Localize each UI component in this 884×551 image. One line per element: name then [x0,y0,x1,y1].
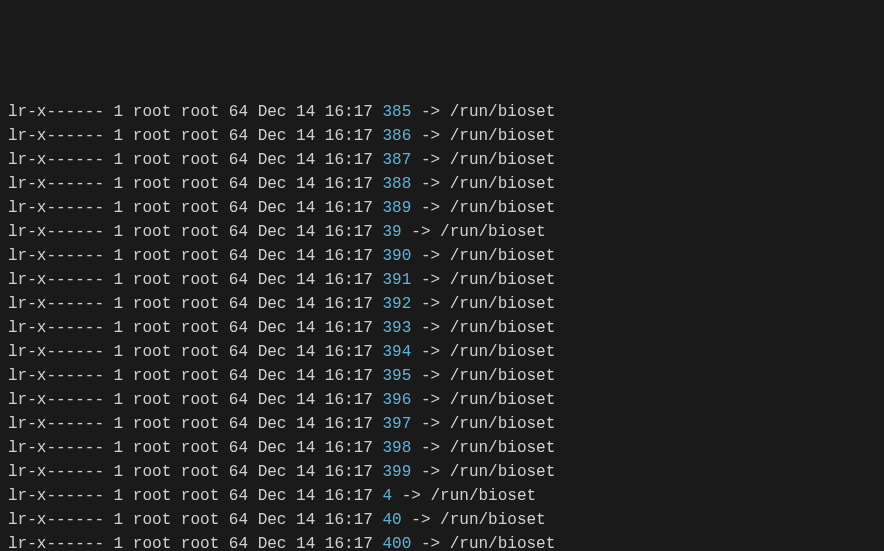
file-permissions: lr-x------ 1 root root 64 Dec 14 16:17 [8,175,382,193]
fd-number: 386 [382,127,411,145]
symlink-arrow: -> [392,487,430,505]
symlink-target: /run/bioset [450,367,556,385]
file-permissions: lr-x------ 1 root root 64 Dec 14 16:17 [8,343,382,361]
file-permissions: lr-x------ 1 root root 64 Dec 14 16:17 [8,271,382,289]
fd-number: 394 [382,343,411,361]
ls-row: lr-x------ 1 root root 64 Dec 14 16:17 3… [8,196,876,220]
symlink-arrow: -> [411,535,449,551]
symlink-target: /run/bioset [450,151,556,169]
file-permissions: lr-x------ 1 root root 64 Dec 14 16:17 [8,151,382,169]
ls-row: lr-x------ 1 root root 64 Dec 14 16:17 3… [8,124,876,148]
ls-row: lr-x------ 1 root root 64 Dec 14 16:17 4… [8,508,876,532]
symlink-arrow: -> [411,295,449,313]
symlink-target: /run/bioset [450,319,556,337]
symlink-arrow: -> [411,175,449,193]
fd-number: 388 [382,175,411,193]
ls-row: lr-x------ 1 root root 64 Dec 14 16:17 3… [8,388,876,412]
fd-number: 391 [382,271,411,289]
symlink-target: /run/bioset [450,415,556,433]
ls-row: lr-x------ 1 root root 64 Dec 14 16:17 3… [8,172,876,196]
ls-row: lr-x------ 1 root root 64 Dec 14 16:17 3… [8,268,876,292]
symlink-target: /run/bioset [450,439,556,457]
symlink-arrow: -> [411,343,449,361]
symlink-arrow: -> [411,271,449,289]
fd-number: 400 [382,535,411,551]
file-permissions: lr-x------ 1 root root 64 Dec 14 16:17 [8,247,382,265]
fd-number: 398 [382,439,411,457]
fd-number: 40 [382,511,401,529]
file-permissions: lr-x------ 1 root root 64 Dec 14 16:17 [8,439,382,457]
symlink-target: /run/bioset [450,343,556,361]
symlink-arrow: -> [411,463,449,481]
symlink-arrow: -> [411,439,449,457]
file-permissions: lr-x------ 1 root root 64 Dec 14 16:17 [8,391,382,409]
ls-row: lr-x------ 1 root root 64 Dec 14 16:17 3… [8,244,876,268]
file-permissions: lr-x------ 1 root root 64 Dec 14 16:17 [8,487,382,505]
file-permissions: lr-x------ 1 root root 64 Dec 14 16:17 [8,319,382,337]
symlink-arrow: -> [411,415,449,433]
symlink-target: /run/bioset [450,103,556,121]
file-permissions: lr-x------ 1 root root 64 Dec 14 16:17 [8,223,382,241]
file-permissions: lr-x------ 1 root root 64 Dec 14 16:17 [8,295,382,313]
file-permissions: lr-x------ 1 root root 64 Dec 14 16:17 [8,463,382,481]
file-permissions: lr-x------ 1 root root 64 Dec 14 16:17 [8,415,382,433]
ls-row: lr-x------ 1 root root 64 Dec 14 16:17 3… [8,460,876,484]
fd-number: 393 [382,319,411,337]
symlink-arrow: -> [402,223,440,241]
symlink-target: /run/bioset [450,535,556,551]
symlink-arrow: -> [411,247,449,265]
ls-row: lr-x------ 1 root root 64 Dec 14 16:17 3… [8,340,876,364]
file-permissions: lr-x------ 1 root root 64 Dec 14 16:17 [8,511,382,529]
file-permissions: lr-x------ 1 root root 64 Dec 14 16:17 [8,127,382,145]
fd-number: 389 [382,199,411,217]
file-permissions: lr-x------ 1 root root 64 Dec 14 16:17 [8,535,382,551]
symlink-target: /run/bioset [440,223,546,241]
ls-row: lr-x------ 1 root root 64 Dec 14 16:17 3… [8,292,876,316]
fd-number: 385 [382,103,411,121]
fd-number: 396 [382,391,411,409]
fd-number: 399 [382,463,411,481]
symlink-target: /run/bioset [450,463,556,481]
fd-number: 390 [382,247,411,265]
ls-row: lr-x------ 1 root root 64 Dec 14 16:17 4… [8,484,876,508]
ls-row: lr-x------ 1 root root 64 Dec 14 16:17 4… [8,532,876,551]
fd-number: 387 [382,151,411,169]
ls-row: lr-x------ 1 root root 64 Dec 14 16:17 3… [8,220,876,244]
symlink-arrow: -> [411,367,449,385]
ls-row: lr-x------ 1 root root 64 Dec 14 16:17 3… [8,412,876,436]
fd-number: 395 [382,367,411,385]
symlink-target: /run/bioset [450,127,556,145]
symlink-target: /run/bioset [450,175,556,193]
symlink-target: /run/bioset [450,271,556,289]
ls-row: lr-x------ 1 root root 64 Dec 14 16:17 3… [8,364,876,388]
symlink-arrow: -> [411,319,449,337]
symlink-arrow: -> [411,391,449,409]
fd-number: 39 [382,223,401,241]
symlink-target: /run/bioset [440,511,546,529]
symlink-target: /run/bioset [450,391,556,409]
symlink-arrow: -> [411,127,449,145]
symlink-target: /run/bioset [450,247,556,265]
file-permissions: lr-x------ 1 root root 64 Dec 14 16:17 [8,103,382,121]
symlink-arrow: -> [411,199,449,217]
fd-number: 4 [382,487,392,505]
fd-number: 392 [382,295,411,313]
ls-row: lr-x------ 1 root root 64 Dec 14 16:17 3… [8,316,876,340]
symlink-target: /run/bioset [450,295,556,313]
symlink-arrow: -> [411,151,449,169]
symlink-target: /run/bioset [450,199,556,217]
fd-number: 397 [382,415,411,433]
file-permissions: lr-x------ 1 root root 64 Dec 14 16:17 [8,367,382,385]
file-permissions: lr-x------ 1 root root 64 Dec 14 16:17 [8,199,382,217]
ls-row: lr-x------ 1 root root 64 Dec 14 16:17 3… [8,100,876,124]
terminal-output: lr-x------ 1 root root 64 Dec 14 16:17 3… [8,100,876,551]
ls-row: lr-x------ 1 root root 64 Dec 14 16:17 3… [8,436,876,460]
symlink-arrow: -> [411,103,449,121]
symlink-target: /run/bioset [430,487,536,505]
symlink-arrow: -> [402,511,440,529]
ls-row: lr-x------ 1 root root 64 Dec 14 16:17 3… [8,148,876,172]
